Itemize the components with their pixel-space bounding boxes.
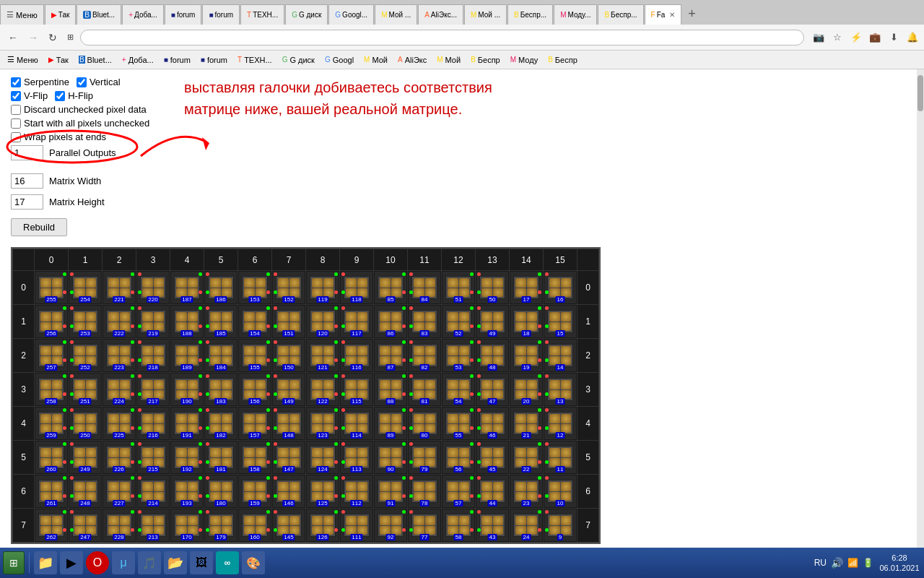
taskbar-icon-photos[interactable]: 🖼 — [190, 551, 213, 574]
bookmark-forum1[interactable]: ■ forum — [160, 54, 195, 66]
vertical-checkbox-label[interactable]: Vertical — [77, 77, 121, 87]
matrix-cell[interactable]: 224 — [103, 373, 136, 407]
tray-volume-icon[interactable]: 🔊 — [831, 557, 843, 569]
matrix-cell[interactable]: 48 — [476, 339, 510, 373]
matrix-cell[interactable]: 112 — [340, 475, 374, 509]
tab-close-icon[interactable]: ✕ — [669, 11, 675, 19]
scrollbar[interactable] — [917, 69, 924, 561]
tab-10[interactable]: A AliЭкс... — [418, 4, 463, 25]
matrix-cell[interactable]: 17 — [510, 271, 544, 305]
matrix-cell[interactable]: 24 — [510, 509, 544, 543]
taskbar-icon-files[interactable]: 📁 — [34, 551, 57, 574]
bookmark-modu[interactable]: M Моду — [506, 54, 542, 66]
tab-5[interactable]: ■ forum — [202, 4, 240, 25]
matrix-cell[interactable]: 159 — [238, 475, 272, 509]
matrix-cell[interactable]: 50 — [476, 271, 510, 305]
matrix-cell[interactable]: 90 — [374, 441, 408, 475]
matrix-cell[interactable]: 14 — [544, 339, 578, 373]
wrap-checkbox[interactable] — [11, 132, 21, 142]
bookmark-dob[interactable]: + Доба... — [118, 54, 158, 66]
matrix-cell[interactable]: 83 — [408, 305, 442, 339]
matrix-cell[interactable]: 51 — [442, 271, 476, 305]
taskbar-icon-paint[interactable]: 🎨 — [242, 551, 265, 574]
matrix-cell[interactable]: 152 — [272, 271, 306, 305]
matrix-cell[interactable]: 15 — [544, 305, 578, 339]
taskbar-icon-arduino[interactable]: ∞ — [216, 551, 239, 574]
taskbar-icon-player[interactable]: ▶ — [60, 551, 83, 574]
matrix-cell[interactable]: 114 — [340, 407, 374, 441]
matrix-cell[interactable]: 188 — [170, 305, 204, 339]
matrix-cell[interactable]: 190 — [170, 373, 204, 407]
taskbar-icon-torrent[interactable]: μ — [112, 551, 135, 574]
matrix-cell[interactable]: 87 — [374, 339, 408, 373]
matrix-cell[interactable]: 57 — [442, 475, 476, 509]
matrix-cell[interactable]: 19 — [510, 339, 544, 373]
matrix-cell[interactable]: 255 — [35, 271, 69, 305]
tray-network-icon[interactable]: 📶 — [847, 558, 858, 568]
matrix-cell[interactable]: 156 — [238, 373, 272, 407]
matrix-cell[interactable]: 85 — [374, 271, 408, 305]
reload-button[interactable]: ↻ — [45, 30, 61, 45]
parallel-input[interactable]: 1 — [11, 145, 43, 160]
matrix-cell[interactable]: 78 — [408, 475, 442, 509]
matrix-cell[interactable]: 121 — [306, 339, 340, 373]
matrix-cell[interactable]: 52 — [442, 305, 476, 339]
matrix-cell[interactable]: 253 — [69, 305, 103, 339]
matrix-cell[interactable]: 151 — [272, 305, 306, 339]
matrix-cell[interactable]: 53 — [442, 339, 476, 373]
matrix-cell[interactable]: 84 — [408, 271, 442, 305]
vertical-checkbox[interactable] — [77, 77, 87, 87]
matrix-cell[interactable]: 189 — [170, 339, 204, 373]
start-unchecked-checkbox[interactable] — [11, 118, 21, 129]
matrix-cell[interactable]: 147 — [272, 441, 306, 475]
matrix-cell[interactable]: 226 — [103, 441, 136, 475]
matrix-cell[interactable]: 88 — [374, 373, 408, 407]
serpentine-checkbox-label[interactable]: Serpentine — [11, 77, 69, 87]
matrix-cell[interactable]: 184 — [204, 339, 238, 373]
matrix-cell[interactable]: 222 — [103, 305, 136, 339]
vflip-checkbox[interactable] — [11, 91, 21, 101]
matrix-cell[interactable]: 183 — [204, 373, 238, 407]
wrap-checkbox-label[interactable]: Wrap pixels at ends — [11, 131, 106, 142]
matrix-cell[interactable]: 262 — [35, 509, 69, 543]
matrix-cell[interactable]: 153 — [238, 271, 272, 305]
tab-6[interactable]: T ТЕХН... — [240, 4, 284, 25]
matrix-cell[interactable]: 22 — [510, 441, 544, 475]
scrollbar-thumb[interactable] — [918, 75, 923, 111]
matrix-cell[interactable]: 160 — [238, 509, 272, 543]
matrix-cell[interactable]: 55 — [442, 407, 476, 441]
discard-checkbox-label[interactable]: Discard unchecked pixel data — [11, 104, 147, 115]
back-button[interactable]: ← — [4, 30, 22, 45]
start-button[interactable]: ⊞ — [3, 551, 25, 574]
matrix-cell[interactable]: 125 — [306, 475, 340, 509]
matrix-cell[interactable]: 157 — [238, 407, 272, 441]
matrix-cell[interactable]: 187 — [170, 271, 204, 305]
matrix-cell[interactable]: 123 — [306, 407, 340, 441]
matrix-cell[interactable]: 81 — [408, 373, 442, 407]
bookmark-tak[interactable]: ▶ Так — [44, 54, 73, 66]
taskbar-icon-folder2[interactable]: 📂 — [164, 551, 187, 574]
matrix-cell[interactable]: 182 — [204, 407, 238, 441]
matrix-cell[interactable]: 191 — [170, 407, 204, 441]
matrix-cell[interactable]: 217 — [136, 373, 170, 407]
matrix-cell[interactable]: 247 — [69, 509, 103, 543]
matrix-cell[interactable]: 46 — [476, 407, 510, 441]
tab-8[interactable]: G Googl... — [328, 4, 374, 25]
matrix-cell[interactable]: 86 — [374, 305, 408, 339]
tab-3[interactable]: + Доба... — [122, 4, 164, 25]
matrix-cell[interactable]: 18 — [510, 305, 544, 339]
matrix-cell[interactable]: 89 — [374, 407, 408, 441]
tab-11[interactable]: M Мой ... — [464, 4, 507, 25]
start-unchecked-label[interactable]: Start with all pixels unchecked — [11, 118, 149, 129]
matrix-cell[interactable]: 113 — [340, 441, 374, 475]
matrix-height-input[interactable]: 17 — [11, 194, 43, 210]
matrix-cell[interactable]: 12 — [544, 407, 578, 441]
bookmark-forum2[interactable]: ■ forum — [196, 54, 232, 66]
taskbar-icon-podcast[interactable]: 🎵 — [138, 551, 161, 574]
matrix-cell[interactable]: 219 — [136, 305, 170, 339]
bookmark-goog[interactable]: G Googl — [321, 54, 358, 66]
bookmark-menu[interactable]: ☰ Меню — [3, 53, 43, 66]
matrix-cell[interactable]: 223 — [103, 339, 136, 373]
matrix-cell[interactable]: 23 — [510, 475, 544, 509]
matrix-cell[interactable]: 44 — [476, 475, 510, 509]
